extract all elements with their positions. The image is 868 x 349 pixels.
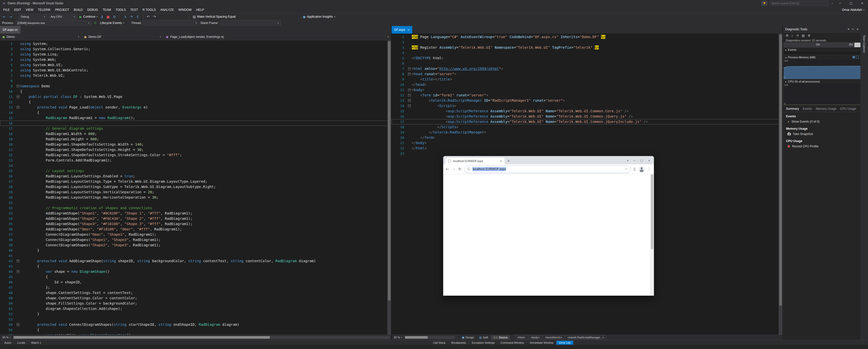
code-line-21[interactable]: 21 RadDiagram1.ShapeDefaultsSettings.Hei… [0, 147, 391, 152]
zoom-icon[interactable]: ⌕ [792, 34, 793, 37]
code-line-12[interactable]: 12 <form id="form1" runat="server"> [392, 93, 783, 98]
project-dropdown[interactable]: ▣ Demo ▾ [0, 34, 82, 40]
code-line-11[interactable]: 11<body> [392, 87, 783, 93]
side-panel-icon[interactable]: ▯ [633, 167, 636, 171]
code-line-7[interactable]: 7<html xmlns="http://www.w3.org/1999/xht… [392, 66, 783, 71]
code-line-16[interactable]: 16 <asp:ScriptReference Assembly="Teleri… [392, 114, 783, 119]
code-line-13[interactable]: 13 <telerik:RadScriptManager ID="RadScri… [392, 98, 783, 103]
code-line-47[interactable]: 47 }; [0, 285, 391, 290]
code-line-21[interactable]: 21</body> [392, 140, 783, 146]
events-section-label[interactable]: ▴ Events [783, 47, 861, 52]
code-line-13[interactable]: 13 protected void Page_Load(object sende… [0, 105, 391, 110]
code-line-18[interactable]: 18 RadDiagram1.Width = 800; [0, 131, 391, 136]
code-line-2[interactable]: 2using System.Collections.Generic; [0, 46, 391, 52]
lifecycle-events-dropdown[interactable]: Lifecycle Events ▾ [99, 21, 125, 25]
member-dropdown[interactable]: ▣ Page_Load(object sender, EventArgs e) … [163, 34, 391, 40]
code-line-3[interactable]: 3<%@ Register Assembly="Telerik.Web.UI" … [392, 45, 783, 50]
timeline-ruler[interactable]: 10s20s [783, 42, 861, 47]
code-line-26[interactable]: 26 RadDiagram1.LayoutSettings.Enabled = … [0, 173, 391, 179]
memory-section-label[interactable]: ▴ Process Memory (MB) [783, 55, 861, 59]
csharp-code-editor[interactable]: 1using System;2using System.Collections.… [0, 40, 391, 335]
code-line-4[interactable]: 4using System.Web; [0, 57, 391, 62]
left-editor-vertical-scrollbar[interactable] [387, 40, 391, 335]
navigate-backward-icon[interactable]: ← [2, 14, 7, 19]
take-snapshot-link[interactable]: Take Snapshot [783, 131, 861, 137]
collapse-toggle-icon[interactable] [17, 85, 20, 88]
tool-tab-watch-1[interactable]: Watch 1 [28, 341, 44, 345]
step-over-icon[interactable]: ↷ [129, 14, 134, 19]
collapse-toggle-icon[interactable] [408, 67, 411, 70]
code-line-32[interactable]: 32 // Programmatic creation of shapes an… [0, 205, 391, 211]
code-line-1[interactable]: 1<%@ Page Language="C#" AutoEventWireup=… [392, 34, 783, 40]
breadcrumb-tag[interactable]: <body> [529, 336, 542, 340]
collapse-toggle-icon[interactable] [17, 323, 20, 326]
code-line-17[interactable]: 17 <asp:ScriptReference Assembly="Teleri… [392, 119, 783, 124]
collapse-toggle-icon[interactable] [17, 260, 20, 262]
code-line-14[interactable]: 14 { [0, 110, 391, 115]
maximize-button[interactable]: ▢ [847, 1, 856, 5]
diagnostics-tab-summary[interactable]: Summary [786, 107, 799, 110]
code-line-33[interactable]: 33 AddDiagramShape("Shape1", "#0C820F", … [0, 211, 391, 216]
menu-help[interactable]: HELP [194, 7, 207, 12]
code-line-4[interactable]: 4 [392, 50, 783, 56]
code-line-20[interactable]: 20 RadDiagram1.ShapeDefaultsSettings.Wid… [0, 142, 391, 147]
code-line-30[interactable]: 30 RadDiagram1.LayoutSettings.Horizontal… [0, 195, 391, 200]
browser-close-button[interactable]: × [648, 159, 650, 162]
menu-project[interactable]: PROJECT [53, 7, 71, 12]
diagnostics-tab-memory-usage[interactable]: Memory Usage [816, 107, 836, 110]
reset-view-icon[interactable]: ↺ [796, 34, 799, 37]
code-line-44[interactable]: 44 var shape = new DiagramShape() [0, 269, 391, 274]
step-into-icon[interactable]: ↴ [123, 14, 127, 19]
menu-tools[interactable]: TOOLS [113, 7, 128, 12]
collapse-toggle-icon[interactable] [408, 99, 411, 102]
left-editor-horizontal-scrollbar[interactable] [13, 336, 390, 339]
code-line-14[interactable]: 14 <Scripts> [392, 103, 783, 108]
code-line-46[interactable]: 46 Id = shapeID, [0, 280, 391, 285]
code-line-52[interactable]: 52 } [0, 311, 391, 317]
code-line-9[interactable]: 9 <title></title> [392, 77, 783, 82]
menu-team[interactable]: TEAM [100, 7, 113, 12]
process-dropdown[interactable]: [23848] iisexpress.exe▾ [16, 20, 91, 26]
menu-file[interactable]: FILE [1, 7, 12, 12]
code-line-15[interactable]: 15 RadDiagram RadDiagram1 = new RadDiagr… [0, 115, 391, 121]
code-line-29[interactable]: 29 RadDiagram1.LayoutSettings.VerticalSe… [0, 190, 391, 195]
browser-forward-icon[interactable]: → [452, 167, 456, 171]
breadcrumb-tag[interactable]: <html> [515, 336, 528, 340]
code-line-49[interactable]: 49 shape.ContentSettings.Color = content… [0, 295, 391, 301]
show-events-link[interactable]: » Show Events (0 of 0) [783, 119, 861, 124]
tool-tab-error-list[interactable]: Error List [556, 341, 573, 345]
code-line-18[interactable]: 18 </Scripts> [392, 124, 783, 130]
code-line-43[interactable]: 43 { [0, 264, 391, 269]
code-line-34[interactable]: 34 AddDiagramShape("Shape2", "#F8C43A", … [0, 216, 391, 221]
new-tab-button[interactable]: + [505, 159, 513, 164]
code-line-8[interactable]: 8 [0, 78, 391, 84]
code-line-51[interactable]: 51 diagram.ShapesCollection.Add(shape); [0, 306, 391, 311]
code-line-23[interactable]: 23 Form.Controls.Add(RadDiagram1); [0, 158, 391, 163]
tool-tab-exception-settings[interactable]: Exception Settings [469, 341, 498, 345]
code-line-10[interactable]: 10</head> [392, 82, 783, 87]
code-line-3[interactable]: 3using System.Linq; [0, 52, 391, 57]
tool-tab-call-stack[interactable]: Call Stack [430, 341, 448, 345]
code-line-22[interactable]: 22 RadDiagram1.ShapeDefaultsSettings.Str… [0, 152, 391, 158]
tool-tab-immediate-window[interactable]: Immediate Window [527, 341, 557, 345]
minimize-button[interactable]: ─ [836, 1, 844, 5]
notifications-flag-button[interactable]: ⚑ [761, 1, 767, 6]
team-explorer-tab[interactable]: Team Explorer [863, 35, 866, 53]
tool-tab-command-window[interactable]: Command Window [498, 341, 527, 345]
code-line-16[interactable]: 16 [0, 121, 391, 126]
browser-minimize-button[interactable]: ─ [633, 159, 636, 162]
code-line-39[interactable]: 39 ConnectDiagramShapes("Shape2", "Shape… [0, 243, 391, 248]
stack-frame-dropdown[interactable]: ▾ [220, 20, 281, 26]
solution-platform-dropdown[interactable]: Any CPU▾ [49, 14, 77, 20]
collapse-toggle-icon[interactable] [17, 270, 20, 273]
pin-icon[interactable]: ▭ [851, 28, 854, 31]
scrollbar-thumb[interactable] [779, 35, 782, 306]
solution-configuration-dropdown[interactable]: Debug▾ [19, 14, 47, 20]
editor-zoom-dropdown[interactable]: 90 % ▾ [1, 336, 12, 339]
code-line-23[interactable]: 23 [392, 151, 783, 156]
bookmark-star-icon[interactable]: ☆ [625, 167, 628, 171]
code-line-11[interactable]: 11 public partial class DF : System.Web.… [0, 94, 391, 99]
code-line-48[interactable]: 48 shape.ContentSettings.Text = contentT… [0, 290, 391, 295]
restart-icon[interactable]: ↻ [112, 14, 117, 19]
tab-search-chevron-icon[interactable]: ▾ [627, 159, 628, 162]
